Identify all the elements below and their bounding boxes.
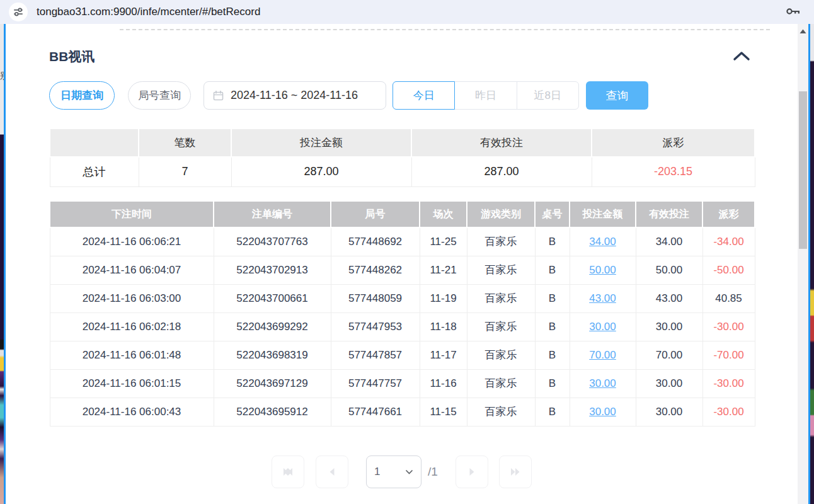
background-page-right-sliver bbox=[810, 24, 814, 504]
password-key-button[interactable] bbox=[785, 5, 801, 20]
search-button[interactable]: 查询 bbox=[586, 81, 648, 110]
bet-amount-cell: 70.00 bbox=[570, 341, 636, 369]
page-select-value: 1 bbox=[374, 466, 405, 478]
summary-cell: 287.00 bbox=[231, 157, 411, 186]
round-query-tab-button[interactable]: 局号查询 bbox=[128, 81, 191, 110]
prev-page-button[interactable] bbox=[316, 455, 348, 488]
game-type-cell: 百家乐 bbox=[467, 369, 535, 398]
chevron-up-icon bbox=[731, 50, 752, 62]
browser-window: tongbao31.com:9900/infe/mcenter/#/betRec… bbox=[0, 0, 814, 504]
records-header-cell: 投注金额 bbox=[570, 201, 636, 227]
session-cell: 11-19 bbox=[420, 284, 467, 312]
round-no-cell: 577447857 bbox=[331, 341, 420, 369]
date-query-tab-button[interactable]: 日期查询 bbox=[49, 81, 115, 110]
round-no-cell: 577448692 bbox=[331, 227, 420, 256]
records-header-cell: 派彩 bbox=[702, 201, 755, 227]
page-select[interactable]: 1 bbox=[366, 455, 421, 488]
session-cell: 11-21 bbox=[420, 256, 467, 284]
summary-cell: -203.15 bbox=[592, 157, 755, 186]
valid-bet-cell: 34.00 bbox=[636, 227, 702, 256]
next-page-icon bbox=[467, 467, 477, 477]
records-header-cell: 有效投注 bbox=[636, 201, 702, 227]
next-page-button[interactable] bbox=[456, 455, 488, 488]
bet-time-cell: 2024-11-16 06:03:00 bbox=[50, 284, 214, 312]
site-settings-icon bbox=[13, 6, 24, 18]
table-row: 2024-11-16 06:00:43522043695912577447661… bbox=[50, 398, 755, 426]
records-header-row: 下注时间注单编号局号场次游戏类别桌号投注金额有效投注派彩 bbox=[50, 201, 755, 227]
today-button[interactable]: 今日 bbox=[393, 81, 455, 110]
bet-time-cell: 2024-11-16 06:01:48 bbox=[50, 341, 214, 369]
valid-bet-cell: 50.00 bbox=[636, 256, 702, 284]
bet-amount-link[interactable]: 30.00 bbox=[589, 377, 616, 389]
bet-amount-cell: 50.00 bbox=[570, 256, 636, 284]
round-no-cell: 577447953 bbox=[331, 312, 420, 341]
bet-amount-link[interactable]: 43.00 bbox=[589, 292, 616, 304]
summary-header-cell bbox=[50, 129, 139, 157]
url-text[interactable]: tongbao31.com:9900/infe/mcenter/#/betRec… bbox=[37, 6, 260, 18]
table-no-cell: B bbox=[535, 398, 570, 426]
summary-header-cell: 投注金额 bbox=[231, 129, 411, 157]
table-row: 2024-11-16 06:04:07522043702913577448262… bbox=[50, 256, 755, 284]
bet-id-cell: 522043698319 bbox=[214, 341, 331, 369]
records-header-cell: 注单编号 bbox=[214, 201, 331, 227]
game-type-cell: 百家乐 bbox=[467, 284, 535, 312]
bet-amount-link[interactable]: 34.00 bbox=[589, 236, 616, 248]
bet-id-cell: 522043707763 bbox=[214, 227, 331, 256]
session-cell: 11-17 bbox=[420, 341, 467, 369]
round-no-cell: 577448059 bbox=[331, 284, 420, 312]
date-range-input[interactable]: 2024-11-16 ~ 2024-11-16 bbox=[203, 81, 386, 110]
records-header-cell: 场次 bbox=[420, 201, 467, 227]
first-page-icon bbox=[282, 467, 294, 477]
browser-address-bar[interactable]: tongbao31.com:9900/infe/mcenter/#/betRec… bbox=[0, 0, 814, 24]
table-row: 2024-11-16 06:01:15522043697129577447757… bbox=[50, 369, 755, 398]
last-8-days-button[interactable]: 近8日 bbox=[517, 81, 579, 110]
collapse-panel-button[interactable] bbox=[731, 50, 752, 62]
bet-amount-cell: 34.00 bbox=[570, 227, 636, 256]
bet-id-cell: 522043697129 bbox=[214, 369, 331, 398]
game-type-cell: 百家乐 bbox=[467, 256, 535, 284]
bet-amount-cell: 30.00 bbox=[570, 369, 636, 398]
prev-page-icon bbox=[327, 467, 337, 477]
payout-cell: -34.00 bbox=[702, 227, 755, 256]
session-cell: 11-16 bbox=[420, 369, 467, 398]
game-type-cell: 百家乐 bbox=[467, 341, 535, 369]
payout-cell: -70.00 bbox=[702, 341, 755, 369]
site-info-button[interactable] bbox=[9, 3, 28, 21]
bet-amount-link[interactable]: 50.00 bbox=[589, 264, 616, 276]
summary-header-cell: 派彩 bbox=[592, 129, 755, 157]
bet-amount-link[interactable]: 70.00 bbox=[589, 349, 616, 361]
payout-cell: -30.00 bbox=[702, 312, 755, 341]
modal-left-border bbox=[4, 24, 6, 504]
bet-time-cell: 2024-11-16 06:01:15 bbox=[50, 369, 214, 398]
password-key-icon bbox=[785, 5, 801, 18]
summary-cell: 287.00 bbox=[411, 157, 592, 186]
scrollbar-up-button[interactable] bbox=[798, 28, 808, 35]
first-page-button[interactable] bbox=[272, 455, 304, 488]
pagination: 1 /1 bbox=[49, 455, 754, 488]
bet-time-cell: 2024-11-16 06:02:18 bbox=[50, 312, 214, 341]
bet-id-cell: 522043695912 bbox=[214, 398, 331, 426]
last-page-button[interactable] bbox=[499, 455, 532, 488]
scrollbar-thumb[interactable] bbox=[799, 91, 807, 249]
bet-amount-link[interactable]: 30.00 bbox=[589, 406, 616, 418]
round-no-cell: 577447757 bbox=[331, 369, 420, 398]
game-type-cell: 百家乐 bbox=[467, 227, 535, 256]
quick-date-segment: 今日 昨日 近8日 bbox=[393, 81, 579, 110]
table-no-cell: B bbox=[535, 341, 570, 369]
valid-bet-cell: 30.00 bbox=[636, 369, 702, 398]
scrollbar-track[interactable] bbox=[798, 24, 808, 504]
table-no-cell: B bbox=[535, 312, 570, 341]
summary-header-cell: 笔数 bbox=[139, 129, 231, 157]
game-type-cell: 百家乐 bbox=[467, 398, 535, 426]
session-cell: 11-25 bbox=[420, 227, 467, 256]
bet-time-cell: 2024-11-16 06:00:43 bbox=[50, 398, 214, 426]
records-header-cell: 桌号 bbox=[535, 201, 570, 227]
table-no-cell: B bbox=[535, 284, 570, 312]
page-title: BB视讯 bbox=[49, 48, 95, 66]
calendar-icon bbox=[213, 90, 224, 101]
summary-table: 笔数投注金额有效投注派彩 总计7287.00287.00-203.15 bbox=[49, 128, 755, 187]
bet-amount-link[interactable]: 30.00 bbox=[589, 321, 616, 333]
table-row: 2024-11-16 06:02:18522043699292577447953… bbox=[50, 312, 755, 341]
records-header-cell: 下注时间 bbox=[50, 201, 214, 227]
yesterday-button[interactable]: 昨日 bbox=[454, 81, 517, 110]
